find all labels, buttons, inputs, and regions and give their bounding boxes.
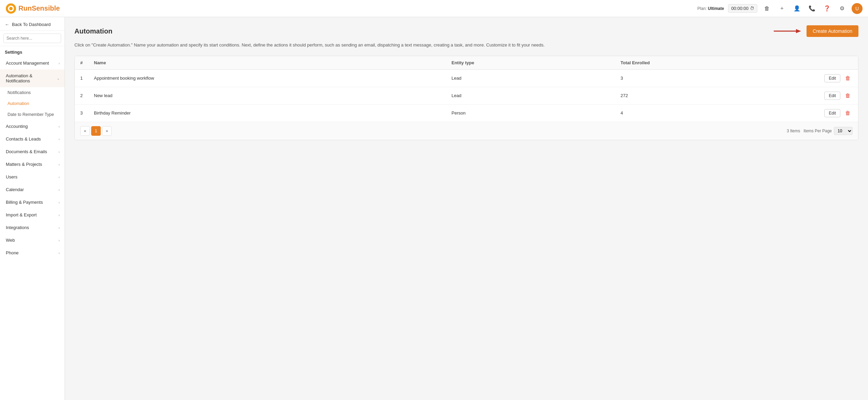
chevron-down-icon: ⌄ bbox=[57, 76, 60, 81]
chevron-right-icon: › bbox=[58, 213, 60, 217]
table-row: 2 New lead Lead 272 Edit 🗑 bbox=[75, 87, 858, 104]
table-header: # Name Entity type Total Enrolled bbox=[75, 56, 858, 70]
help-icon-btn[interactable]: ❓ bbox=[822, 3, 832, 14]
sidebar-item-contacts-leads[interactable]: Contacts & Leads › bbox=[0, 133, 65, 145]
back-to-dashboard[interactable]: ← Back To Dashboard bbox=[0, 17, 65, 31]
chevron-right-icon: › bbox=[58, 226, 60, 230]
col-header-total-enrolled: Total Enrolled bbox=[615, 56, 817, 70]
chevron-right-icon: › bbox=[58, 200, 60, 204]
cell-entity-type: Person bbox=[446, 104, 615, 122]
row-actions: Edit 🗑 bbox=[823, 109, 853, 118]
runsensible-logo-icon bbox=[5, 3, 16, 14]
row-actions: Edit 🗑 bbox=[823, 91, 853, 100]
user-icon-btn[interactable]: 👤 bbox=[792, 3, 802, 14]
sidebar-item-web[interactable]: Web › bbox=[0, 234, 65, 246]
sidebar-sub-item-notifications[interactable]: Notifications bbox=[0, 87, 65, 98]
sidebar-sub-item-date-to-remember[interactable]: Date to Remember Type bbox=[0, 109, 65, 120]
items-per-page-label: Items Per Page bbox=[803, 129, 832, 133]
settings-label: Settings bbox=[0, 46, 65, 57]
avatar[interactable]: U bbox=[852, 3, 863, 14]
phone-icon-btn[interactable]: 📞 bbox=[807, 3, 817, 14]
sidebar-item-account-management[interactable]: Account Management › bbox=[0, 57, 65, 69]
items-per-page-select[interactable]: 10 25 50 100 bbox=[834, 127, 853, 135]
delete-button[interactable]: 🗑 bbox=[843, 74, 853, 83]
cell-actions: Edit 🗑 bbox=[817, 104, 858, 122]
main-content: Automation Create Automation Click on "C… bbox=[65, 17, 868, 400]
arrow-svg bbox=[774, 28, 801, 35]
settings-icon-btn[interactable]: ⚙ bbox=[837, 3, 848, 14]
create-automation-button[interactable]: Create Automation bbox=[807, 25, 858, 37]
sidebar-item-import-export[interactable]: Import & Export › bbox=[0, 209, 65, 221]
topnav: RunSensible Plan: Ultimate 00:00:00 ⏱ 🗑 … bbox=[0, 0, 868, 17]
col-header-name: Name bbox=[88, 56, 446, 70]
sidebar-item-accounting[interactable]: Accounting › bbox=[0, 120, 65, 133]
logo: RunSensible bbox=[5, 3, 60, 14]
sidebar-item-users[interactable]: Users › bbox=[0, 171, 65, 183]
sidebar-item-documents-emails[interactable]: Documents & Emails › bbox=[0, 145, 65, 158]
chevron-right-icon: › bbox=[58, 162, 60, 166]
pagination-info: 3 Items Items Per Page 10 25 50 100 bbox=[787, 127, 853, 135]
total-items-label: 3 Items bbox=[787, 129, 800, 133]
delete-button[interactable]: 🗑 bbox=[843, 109, 853, 118]
col-header-num: # bbox=[75, 56, 88, 70]
plan-label: Plan: Ultimate bbox=[697, 6, 724, 11]
chevron-right-icon: › bbox=[58, 238, 60, 242]
prev-page-btn[interactable]: « bbox=[80, 126, 90, 136]
edit-button[interactable]: Edit bbox=[824, 92, 840, 100]
description-text: Click on "Create Automation." Name your … bbox=[74, 42, 858, 49]
cell-entity-type: Lead bbox=[446, 87, 615, 104]
chevron-right-icon: › bbox=[58, 150, 60, 154]
items-per-page: Items Per Page 10 25 50 100 bbox=[803, 127, 853, 135]
sidebar-sub-item-automation[interactable]: Automation bbox=[0, 98, 65, 109]
search-input[interactable] bbox=[3, 34, 61, 43]
page-1-btn[interactable]: 1 bbox=[91, 126, 101, 136]
chevron-right-icon: › bbox=[58, 251, 60, 255]
cell-actions: Edit 🗑 bbox=[817, 87, 858, 104]
sidebar-item-matters-projects[interactable]: Matters & Projects › bbox=[0, 158, 65, 171]
logo-text: RunSensible bbox=[18, 4, 60, 12]
next-page-btn[interactable]: » bbox=[102, 126, 112, 136]
cell-total-enrolled: 4 bbox=[615, 104, 817, 122]
table-row: 3 Birthday Reminder Person 4 Edit 🗑 bbox=[75, 104, 858, 122]
cell-total-enrolled: 3 bbox=[615, 69, 817, 87]
chevron-right-icon: › bbox=[58, 175, 60, 179]
cell-actions: Edit 🗑 bbox=[817, 69, 858, 87]
col-header-actions bbox=[817, 56, 858, 70]
sidebar-search-container bbox=[0, 31, 65, 46]
svg-point-2 bbox=[9, 7, 13, 10]
chevron-right-icon: › bbox=[58, 61, 60, 65]
back-arrow-icon: ← bbox=[5, 22, 9, 27]
cell-total-enrolled: 272 bbox=[615, 87, 817, 104]
table-body: 1 Appointment booking workflow Lead 3 Ed… bbox=[75, 69, 858, 122]
edit-button[interactable]: Edit bbox=[824, 74, 840, 82]
cell-num: 3 bbox=[75, 104, 88, 122]
plan-name: Ultimate bbox=[708, 6, 724, 11]
svg-marker-4 bbox=[796, 29, 801, 33]
trash-icon-btn[interactable]: 🗑 bbox=[761, 3, 772, 14]
cell-name: New lead bbox=[88, 87, 446, 104]
sidebar-item-integrations[interactable]: Integrations › bbox=[0, 221, 65, 234]
cell-name: Birthday Reminder bbox=[88, 104, 446, 122]
row-actions: Edit 🗑 bbox=[823, 74, 853, 83]
add-icon-btn[interactable]: ＋ bbox=[776, 3, 787, 14]
sidebar-item-phone[interactable]: Phone › bbox=[0, 246, 65, 259]
cell-num: 2 bbox=[75, 87, 88, 104]
header-right: Create Automation bbox=[774, 25, 858, 37]
topnav-right: Plan: Ultimate 00:00:00 ⏱ 🗑 ＋ 👤 📞 ❓ ⚙ U bbox=[697, 3, 863, 14]
chevron-right-icon: › bbox=[58, 137, 60, 141]
sidebar-item-automation-notifications[interactable]: Automation & Notifications ⌄ bbox=[0, 69, 65, 87]
chevron-right-icon: › bbox=[58, 124, 60, 129]
arrow-indicator bbox=[774, 28, 801, 35]
sidebar: ← Back To Dashboard Settings Account Man… bbox=[0, 17, 65, 400]
chevron-right-icon: › bbox=[58, 188, 60, 192]
cell-name: Appointment booking workflow bbox=[88, 69, 446, 87]
automation-table: # Name Entity type Total Enrolled 1 Appo… bbox=[75, 56, 858, 122]
delete-button[interactable]: 🗑 bbox=[843, 91, 853, 100]
sidebar-item-calendar[interactable]: Calendar › bbox=[0, 183, 65, 196]
timer-icon: ⏱ bbox=[750, 6, 754, 11]
timer[interactable]: 00:00:00 ⏱ bbox=[728, 4, 757, 13]
layout: ← Back To Dashboard Settings Account Man… bbox=[0, 17, 868, 400]
col-header-entity-type: Entity type bbox=[446, 56, 615, 70]
sidebar-item-billing-payments[interactable]: Billing & Payments › bbox=[0, 196, 65, 209]
edit-button[interactable]: Edit bbox=[824, 109, 840, 117]
